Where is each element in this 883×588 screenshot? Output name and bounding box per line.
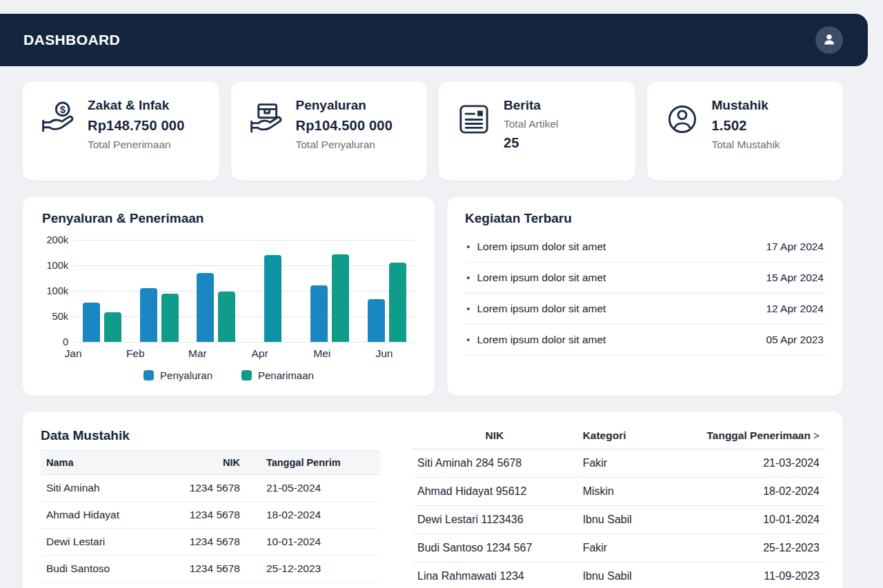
activity-item: Lorem ipsum dolor sit amet17 Apr 2024 <box>465 232 825 263</box>
user-icon <box>821 31 837 50</box>
table-cell: Ahmad Hidayat <box>41 502 160 529</box>
table-cell: Ibnu Sabil <box>577 506 689 534</box>
table-cell: Fakir <box>577 449 689 478</box>
stat-card-title: Mustahik <box>712 98 780 113</box>
newspaper-icon <box>455 97 494 170</box>
table-row: Ahmad Hidayat 95612Miskin18-02-2024 <box>412 478 825 506</box>
month-group-mar <box>188 240 245 342</box>
avatar-button[interactable] <box>815 26 843 54</box>
bar-penarimaan-jun <box>389 263 406 342</box>
bars-row <box>74 240 415 342</box>
x-tick-label: Apr <box>229 347 291 360</box>
main-content: $ Zakat & InfakRp148.750 000Total Peneri… <box>23 81 843 588</box>
chart-plot-area <box>74 240 415 342</box>
table-cell: 1234 5678 <box>160 556 251 582</box>
y-tick-label: 100k <box>47 285 68 296</box>
activity-item: Lorem ipsum dolor sit amet05 Apr 2023 <box>465 325 825 356</box>
stat-card-lines: PenyaluranRp104.500 000Total Penyaluran <box>296 97 393 170</box>
legend-item-penarimaan[interactable]: Penarimaan <box>241 369 314 381</box>
x-tick-label: Jun <box>353 347 415 360</box>
table-cell: 25-12-2023 <box>251 556 380 582</box>
mustahik-table: NamaNIKTanggal Penrim Siti Aminah1234 56… <box>41 450 380 588</box>
bar-penyaluran-mar <box>197 273 214 342</box>
table-row: Siti Aminah 284 5678Fakir21-03-2024 <box>412 449 825 478</box>
activity-item: Lorem ipsum dolor sit amet12 Apr 2024 <box>465 294 825 325</box>
table-cell: 11-09-2023 <box>688 562 825 588</box>
month-group-apr <box>245 240 302 342</box>
table-cell: Fakir <box>577 534 689 562</box>
mustahik-col-header: NIK <box>160 451 251 475</box>
stat-card-berita: BeritaTotal Artikel25 <box>439 81 635 181</box>
y-tick-label: 0 <box>63 336 68 347</box>
stat-card-lines: Zakat & InfakRp148.750 000Total Penerima… <box>88 97 184 170</box>
bar-penyaluran-jan <box>83 303 100 342</box>
table-cell: Budi Santoso 1234 567 <box>412 534 577 562</box>
stat-card-value: Rp148.750 000 <box>88 118 184 134</box>
sort-chevron-icon: > <box>813 429 820 441</box>
stats-row: $ Zakat & InfakRp148.750 000Total Peneri… <box>23 81 843 181</box>
table-row: Budi Santoso1234 567825-12-2023 <box>41 556 380 582</box>
stat-card-muted: Total Penerimaan <box>88 139 184 151</box>
table-row: Ahmad Hidayat1234 567818-02-2024 <box>41 502 380 529</box>
stat-card-muted: Total Artikel <box>504 118 558 130</box>
activity-item-date: 17 Apr 2024 <box>766 241 824 253</box>
activity-item-date: 12 Apr 2024 <box>766 303 824 315</box>
table-row: Siti Aminah1234 567821-05-2024 <box>41 475 380 502</box>
svg-text:$: $ <box>60 104 66 115</box>
table-cell: Dewi Lestari <box>41 529 160 556</box>
chart-y-axis: 200k100k100k50k0 <box>42 240 74 342</box>
month-group-jun <box>359 240 416 342</box>
bar-penarimaan-apr <box>264 255 281 342</box>
activity-item-text: Lorem ipsum dolor sit amet <box>465 272 606 284</box>
month-group-feb <box>131 240 188 342</box>
y-tick-label: 100k <box>47 260 68 271</box>
x-tick-label: Jan <box>42 347 104 360</box>
top-bar: DASHBOARD <box>0 14 868 66</box>
table-cell: Siti Aminah <box>41 475 160 502</box>
hand-box-icon <box>248 97 286 170</box>
mustahik-table-title: Data Mustahik <box>41 428 380 443</box>
activity-list: Lorem ipsum dolor sit amet17 Apr 2024Lor… <box>465 232 825 356</box>
stat-card-lines: BeritaTotal Artikel25 <box>504 97 558 170</box>
table-cell: Budi Santoso <box>41 556 160 582</box>
stat-card-title: Zakat & Infak <box>88 98 184 113</box>
activity-item-date: 05 Apr 2023 <box>766 334 824 346</box>
mustahik-col-header: Tanggal Penrim <box>251 451 380 475</box>
bar-penyaluran-mei <box>310 285 328 342</box>
table-row: Lina Rahmawati1234 567811-07-2023 <box>41 582 380 588</box>
legend-swatch <box>143 370 154 381</box>
table-row: Budi Santoso 1234 567Fakir25-12-2023 <box>412 534 825 562</box>
table-cell: 18-02-2024 <box>688 478 825 506</box>
activity-item-date: 15 Apr 2024 <box>766 272 824 284</box>
bar-penarimaan-jan <box>104 312 121 342</box>
activity-title: Kegiatan Terbaru <box>465 211 825 226</box>
chart-title: Penyaluran & Penerimaan <box>42 211 415 226</box>
legend-label: Penyaluran <box>160 369 212 381</box>
table-cell: 11-07-2023 <box>251 582 380 588</box>
table-row: Dewi Lestari 1123436Ibnu Sabil10-01-2024 <box>412 506 825 534</box>
table-cell: 1234 5678 <box>160 475 251 502</box>
table-cell: Ibnu Sabil <box>577 562 689 588</box>
stat-card-zakat-infak: $ Zakat & InfakRp148.750 000Total Peneri… <box>23 81 219 181</box>
recipients-col-header: NIK <box>412 421 577 449</box>
table-cell: Miskin <box>577 478 689 506</box>
table-cell: Lina Rahmawati <box>41 582 160 588</box>
table-cell: 10-01-2024 <box>688 506 825 534</box>
table-cell: Ahmad Hidayat 95612 <box>412 478 577 506</box>
bar-penarimaan-feb <box>161 294 179 342</box>
recipients-col-header[interactable]: Tanggal Penerimaan> <box>688 421 825 449</box>
stat-card-lines: Mustahik1.502Total Mustahik <box>712 97 780 170</box>
person-circle-icon <box>664 97 702 170</box>
bar-penyaluran-jun <box>368 299 385 342</box>
stat-card-muted: Total Penyaluran <box>296 139 393 151</box>
mustahik-table-block: Data Mustahik NamaNIKTanggal Penrim Siti… <box>41 420 380 588</box>
activity-item-text: Lorem ipsum dolor sit amet <box>465 334 606 346</box>
x-tick-label: Mei <box>291 347 353 360</box>
month-group-jan <box>74 240 131 342</box>
table-cell: Dewi Lestari 1123436 <box>412 506 577 534</box>
recipients-table: NIKKategoriTanggal Penerimaan> Siti Amin… <box>412 421 825 588</box>
table-cell: 1234 5678 <box>160 502 251 529</box>
chart-card: Penyaluran & Penerimaan 200k100k100k50k0… <box>23 197 435 396</box>
legend-item-penyaluran[interactable]: Penyaluran <box>143 369 212 381</box>
chart-x-axis: JanFebMarAprMeiJun <box>42 347 415 360</box>
